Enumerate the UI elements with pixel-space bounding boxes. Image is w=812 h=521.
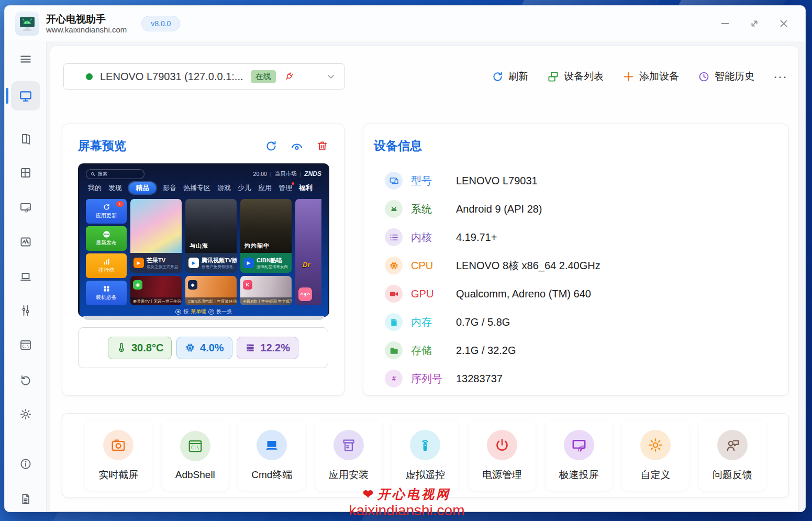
- tv-tile-ranking: 排行榜: [86, 253, 127, 278]
- refresh-label: 刷新: [508, 70, 528, 83]
- action-label: 自定义: [641, 468, 671, 482]
- info-row-storage: 存储 2.1G / 32.2G: [374, 336, 788, 364]
- sidebar-item-laptop[interactable]: [15, 266, 36, 287]
- action-fast-cast[interactable]: 极速投屏: [546, 420, 613, 491]
- tools-icon: [19, 304, 32, 317]
- action-screenshot[interactable]: 实时截屏: [85, 420, 152, 491]
- device-info-title: 设备信息: [374, 138, 788, 154]
- action-install-apk[interactable]: 应用安装: [315, 420, 382, 491]
- info-label: 内核: [411, 230, 456, 245]
- adb-terminal-icon: C:\: [180, 431, 210, 461]
- device-selector[interactable]: LENOVO L79031 (127.0.0.1:... 在线: [63, 63, 345, 90]
- info-row-kernel: 内核 4.19.71+: [374, 223, 788, 251]
- tv-card-tencent: 与山海 ▶ 腾讯视频TV版 新用户免费领惊喜好礼!: [185, 199, 237, 273]
- memory-value: 12.2%: [260, 342, 290, 354]
- memory-stat: 12.2%: [237, 337, 298, 359]
- info-row-model: 型号 LENOVO L79031: [374, 167, 788, 195]
- action-label: 应用安装: [329, 468, 369, 482]
- sidebar-item-terminal[interactable]: C:\: [15, 335, 36, 356]
- banner-caption: 全民K歌丨年中钜惠 年卡低至0.45元/天: [240, 297, 292, 305]
- main-area: LENOVO L79031 (127.0.0.1:... 在线 刷新: [47, 41, 805, 512]
- add-device-button[interactable]: 添加设备: [622, 70, 679, 83]
- smart-history-icon: [698, 71, 710, 83]
- mirror-view-button[interactable]: [290, 140, 304, 152]
- tv-card-partial: Dr ᴖᴥᴖ: [295, 199, 321, 305]
- tv-preview[interactable]: 搜索 20:00 | 当贝市场 | ZNDS 我的: [78, 163, 329, 317]
- ksong-logo-icon: K: [243, 280, 252, 290]
- action-label: 问题反馈: [713, 468, 752, 482]
- sidebar-item-layout[interactable]: [15, 162, 36, 183]
- refresh-button[interactable]: 刷新: [492, 70, 528, 83]
- card-subtitle: 埃及之旅正式开启: [147, 264, 178, 270]
- tv-brand-logo: ZNDS: [304, 170, 321, 178]
- thermometer-icon: [116, 342, 127, 353]
- maximize-button[interactable]: [749, 18, 760, 29]
- mgtv-logo-icon: ▶: [134, 258, 144, 268]
- device-list-button[interactable]: 设备列表: [547, 70, 604, 83]
- door-icon: [19, 132, 32, 145]
- sidebar-item-screen-preview[interactable]: [11, 81, 40, 110]
- action-label: 极速投屏: [559, 468, 599, 482]
- sidebar-item-snapshot[interactable]: [15, 231, 36, 252]
- hint-press: 按: [183, 308, 188, 315]
- sidebar-item-history[interactable]: [15, 370, 36, 391]
- badge: 1: [116, 201, 124, 207]
- tv-banner-cibn-movie: ◆ CIBN高清电影丨年度最佳动作大片: [185, 276, 237, 305]
- sidebar-item-screencast[interactable]: [15, 197, 36, 218]
- history-icon: [19, 374, 32, 386]
- tv-topbar: 搜索 20:00 | 当贝市场 | ZNDS: [80, 165, 328, 179]
- app-logo-icon: [15, 12, 39, 36]
- info-row-gpu: GPU Qualcomm, Adreno (TM) 640: [374, 280, 788, 308]
- tv-search-label: 搜索: [98, 171, 107, 178]
- tv-tab: 发现: [108, 183, 122, 193]
- window-controls: [719, 18, 789, 29]
- tv-quick-tiles: 1 应用更新 NEW 最新发布 排行榜: [86, 199, 127, 305]
- hint-change: 换一换: [216, 308, 232, 315]
- smart-history-button[interactable]: 智能历史: [698, 70, 754, 83]
- notification-dot: [292, 182, 294, 185]
- tv-store-name: 当贝市场: [275, 170, 297, 178]
- minimize-button[interactable]: [719, 18, 731, 29]
- action-power[interactable]: 电源管理: [469, 420, 536, 491]
- card-image: 与山海: [185, 199, 237, 253]
- temperature-value: 30.8°C: [131, 342, 163, 354]
- gear-icon: [19, 408, 32, 420]
- reload-preview-button[interactable]: [265, 140, 277, 152]
- sdcard-icon: [385, 313, 403, 331]
- more-button[interactable]: ···: [773, 69, 787, 84]
- card-strip: ▶ 芒果TV 埃及之旅正式开启: [130, 253, 182, 273]
- action-virtual-remote[interactable]: 虚拟遥控: [392, 420, 459, 491]
- tv-tab-selected: 精品: [129, 182, 156, 194]
- chevron-down-icon[interactable]: [326, 71, 336, 82]
- info-label: CPU: [411, 260, 456, 272]
- action-label: 实时截屏: [98, 468, 138, 482]
- info-value: LENOVO L79031: [456, 175, 538, 187]
- device-list-icon: [547, 71, 559, 83]
- action-customize[interactable]: 自定义: [622, 420, 689, 491]
- info-row-system: 系统 Android 9 (API 28): [374, 195, 788, 223]
- android-icon: [385, 200, 403, 218]
- sidebar-item-file-manager[interactable]: [15, 128, 36, 149]
- memory-bars-icon: [245, 342, 255, 353]
- sidebar-item-tools[interactable]: [15, 300, 36, 321]
- qiyiguo-logo-icon: ◉: [133, 280, 142, 290]
- snapshot-icon: [19, 236, 32, 248]
- sidebar-item-about[interactable]: [15, 453, 36, 474]
- menu-toggle-button[interactable]: [15, 49, 36, 70]
- cpu-value: 4.0%: [200, 342, 224, 354]
- disconnect-icon[interactable]: [283, 71, 295, 82]
- action-cmd-terminal[interactable]: Cmd终端: [238, 420, 305, 491]
- device-toolbar: LENOVO L79031 (127.0.0.1:... 在线 刷新: [63, 63, 787, 90]
- tv-tab: 游戏: [217, 183, 231, 193]
- device-info-card: 设备信息 型号 LENOVO L79031 系统 A: [363, 124, 789, 396]
- smart-history-label: 智能历史: [715, 70, 754, 83]
- delete-preview-button[interactable]: [316, 140, 328, 152]
- close-button[interactable]: [778, 18, 789, 29]
- action-feedback[interactable]: 问题反馈: [699, 420, 766, 491]
- online-dot: [86, 73, 93, 80]
- sidebar-item-settings[interactable]: [15, 404, 36, 425]
- device-info-rows: 型号 LENOVO L79031 系统 Android 9 (API 28): [374, 167, 788, 393]
- action-adb-shell[interactable]: C:\ AdbShell: [162, 420, 229, 491]
- sidebar-item-log[interactable]: [15, 489, 36, 509]
- more-icon: ···: [773, 69, 787, 84]
